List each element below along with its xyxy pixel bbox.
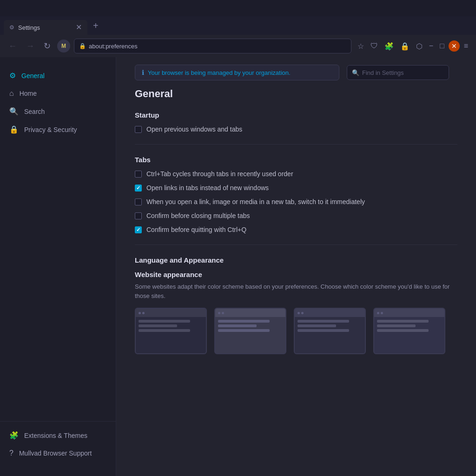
sidebar-item-privacy-label: Privacy & Security: [24, 126, 77, 133]
new-window-button[interactable]: □: [437, 40, 447, 52]
tabs-section: Tabs Ctrl+Tab cycles through tabs in rec…: [135, 156, 457, 233]
ap-bar-1: [136, 309, 206, 317]
settings-content: General Startup Open previous windows an…: [116, 88, 476, 373]
checkbox-row-startup: Open previous windows and tabs: [135, 126, 457, 133]
sidebar: ⚙ General ⌂ Home 🔍 Search 🔒 Privacy & Se…: [0, 57, 116, 476]
settings-tab[interactable]: ⚙ Settings ✕: [4, 20, 87, 35]
startup-section-title: Startup: [135, 111, 457, 119]
appearance-preview-1[interactable]: [135, 308, 207, 354]
ap-dot: [139, 312, 141, 314]
checkbox-switch-tab-label[interactable]: When you open a link, image or media in …: [146, 198, 365, 205]
appearance-preview-2[interactable]: [214, 308, 286, 354]
top-bar: ℹ Your browser is being managed by your …: [116, 57, 476, 88]
ap-content-2: [215, 317, 285, 353]
tab-close-button[interactable]: ✕: [76, 24, 82, 31]
tabs-section-title: Tabs: [135, 156, 457, 164]
checkbox-switch-tab[interactable]: [135, 198, 142, 205]
ap-dot: [377, 312, 379, 314]
ap-dot: [222, 312, 224, 314]
find-settings-icon: 🔍: [352, 69, 359, 76]
vpn-button[interactable]: 🔒: [398, 40, 412, 53]
privacy-icon: 🔒: [9, 125, 19, 134]
ap-dot: [218, 312, 220, 314]
forward-button[interactable]: →: [23, 40, 37, 53]
divider-2: [135, 245, 457, 245]
ap-dot: [298, 312, 300, 314]
appearance-preview-4[interactable]: [373, 308, 445, 354]
checkbox-ctrl-tab[interactable]: [135, 171, 142, 178]
bookmark-button[interactable]: ☆: [355, 40, 366, 53]
ap-line: [218, 324, 257, 327]
ap-dot: [142, 312, 145, 314]
general-icon: ⚙: [9, 71, 16, 80]
appearance-preview-3[interactable]: [294, 308, 366, 354]
extensions-themes-icon: 🧩: [9, 431, 19, 440]
back-button[interactable]: ←: [6, 40, 20, 53]
startup-section: Startup Open previous windows and tabs: [135, 111, 457, 133]
find-settings-input[interactable]: [362, 69, 436, 76]
checkbox-confirm-quit-label[interactable]: Confirm before quitting with Ctrl+Q: [146, 226, 246, 233]
ap-line: [139, 320, 190, 323]
ap-line: [377, 320, 429, 323]
managed-notice-icon: ℹ: [142, 69, 144, 76]
checkbox-open-previous-label[interactable]: Open previous windows and tabs: [146, 126, 242, 133]
main-layout: ⚙ General ⌂ Home 🔍 Search 🔒 Privacy & Se…: [0, 57, 476, 476]
sidebar-item-extensions-label: Extensions & Themes: [24, 432, 87, 439]
sidebar-bottom: 🧩 Extensions & Themes ? Mullvad Browser …: [0, 421, 116, 467]
checkbox-row-ctrl-tab: Ctrl+Tab cycles through tabs in recently…: [135, 170, 457, 178]
ap-content-4: [374, 317, 444, 353]
sidebar-item-search[interactable]: 🔍 Search: [0, 102, 116, 120]
settings-tab-label: Settings: [18, 24, 40, 31]
sidebar-item-home[interactable]: ⌂ Home: [0, 85, 116, 102]
managed-notice: ℹ Your browser is being managed by your …: [135, 65, 339, 80]
mullvad-vpn-button[interactable]: ⬡: [414, 40, 425, 53]
close-button[interactable]: ✕: [449, 40, 460, 52]
new-tab-button[interactable]: +: [89, 19, 102, 33]
ap-content-3: [295, 317, 365, 353]
nav-bar: ← → ↻ M 🔒 about:preferences ☆ 🛡 🧩 🔒 ⬡ − …: [0, 35, 476, 57]
tab-bar: ⚙ Settings ✕ +: [0, 16, 476, 35]
ap-bar-2: [215, 309, 285, 317]
checkbox-open-links[interactable]: [135, 185, 142, 192]
page-title: General: [135, 88, 457, 100]
sidebar-nav: ⚙ General ⌂ Home 🔍 Search 🔒 Privacy & Se…: [0, 66, 116, 421]
ap-dot: [301, 312, 304, 314]
find-settings-bar[interactable]: 🔍: [347, 65, 449, 80]
sidebar-item-general[interactable]: ⚙ General: [0, 66, 116, 85]
website-appearance-title: Website appearance: [135, 271, 457, 278]
sidebar-item-mullvad-support[interactable]: ? Mullvad Browser Support: [0, 444, 116, 462]
ap-bar-4: [374, 309, 444, 317]
checkbox-open-previous[interactable]: [135, 126, 142, 133]
sidebar-item-search-label: Search: [24, 108, 45, 115]
refresh-button[interactable]: ↻: [41, 39, 53, 53]
language-appearance-section: Language and Appearance Website appearan…: [135, 256, 457, 354]
ap-bar-3: [295, 309, 365, 317]
sidebar-item-support-label: Mullvad Browser Support: [19, 450, 92, 457]
sidebar-item-privacy-security[interactable]: 🔒 Privacy & Security: [0, 120, 116, 139]
checkbox-ctrl-tab-label[interactable]: Ctrl+Tab cycles through tabs in recently…: [146, 170, 293, 178]
settings-tab-icon: ⚙: [9, 24, 14, 31]
checkbox-confirm-close[interactable]: [135, 212, 142, 219]
ap-line: [218, 329, 270, 332]
menu-button[interactable]: ≡: [462, 40, 470, 52]
extensions-button[interactable]: 🧩: [382, 40, 396, 53]
ap-line: [139, 329, 190, 332]
toolbar-icons: ☆ 🛡 🧩 🔒 ⬡ − □ ✕ ≡: [355, 40, 470, 53]
checkbox-open-links-label[interactable]: Open links in tabs instead of new window…: [146, 184, 269, 192]
sidebar-item-home-label: Home: [20, 90, 37, 97]
sidebar-item-general-label: General: [21, 72, 45, 79]
ap-line: [298, 329, 349, 332]
checkbox-confirm-quit[interactable]: [135, 226, 142, 233]
home-icon: ⌂: [9, 89, 14, 98]
address-bar[interactable]: 🔒 about:preferences: [74, 39, 351, 53]
minimize-button[interactable]: −: [427, 40, 436, 52]
ap-dot: [381, 312, 383, 314]
sidebar-item-extensions-themes[interactable]: 🧩 Extensions & Themes: [0, 426, 116, 444]
shield-button[interactable]: 🛡: [368, 40, 380, 52]
managed-notice-text: Your browser is being managed by your or…: [148, 69, 291, 76]
checkbox-confirm-close-label[interactable]: Confirm before closing multiple tabs: [146, 212, 250, 219]
address-lock-icon: 🔒: [79, 43, 86, 49]
ap-line: [298, 320, 349, 323]
website-appearance-desc: Some websites adapt their color scheme b…: [135, 282, 457, 300]
checkbox-row-confirm-quit: Confirm before quitting with Ctrl+Q: [135, 226, 457, 233]
